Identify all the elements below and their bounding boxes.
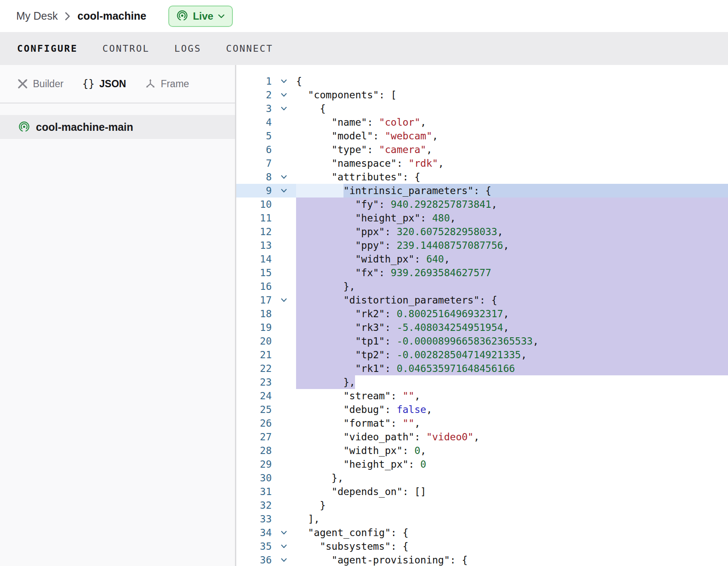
code-text[interactable]: "ppx": 320.6075282958033, <box>296 225 728 239</box>
code-line-27[interactable]: 27 "video_path": "video0", <box>236 430 728 444</box>
code-line-31[interactable]: 31 "depends_on": [] <box>236 485 728 498</box>
code-text[interactable]: ], <box>296 512 728 526</box>
tab-control[interactable]: CONTROL <box>103 43 150 54</box>
machine-part-cool-machine-main[interactable]: cool-machine-main <box>0 115 235 139</box>
code-line-6[interactable]: 6 "type": "camera", <box>236 143 728 156</box>
code-line-35[interactable]: 35 "subsystems": { <box>236 539 728 553</box>
code-line-8[interactable]: 8 "attributes": { <box>236 170 728 184</box>
code-line-36[interactable]: 36 "agent-provisioning": { <box>236 553 728 566</box>
fold-gutter <box>272 280 296 293</box>
code-text[interactable]: "height_px": 0 <box>296 457 728 471</box>
code-line-24[interactable]: 24 "stream": "", <box>236 389 728 403</box>
fold-chevron-icon[interactable] <box>272 74 296 88</box>
code-line-26[interactable]: 26 "format": "", <box>236 416 728 430</box>
code-text[interactable]: "fx": 939.2693584627577 <box>296 266 728 280</box>
code-line-1[interactable]: 1{ <box>236 74 728 88</box>
code-line-15[interactable]: 15 "fx": 939.2693584627577 <box>236 266 728 280</box>
code-text[interactable]: "distortion_parameters": { <box>296 293 728 307</box>
code-line-3[interactable]: 3 { <box>236 102 728 115</box>
code-text[interactable]: "agent-provisioning": { <box>296 553 728 566</box>
json-code-editor[interactable]: 1{2 "components": [3 {4 "name": "color",… <box>236 65 728 566</box>
code-text[interactable]: "width_px": 640, <box>296 252 728 266</box>
code-text[interactable]: "intrinsic_parameters": { <box>296 184 728 198</box>
live-status-dropdown[interactable]: Live <box>168 6 233 27</box>
fold-chevron-icon[interactable] <box>272 526 296 539</box>
code-text[interactable]: "model": "webcam", <box>296 129 728 143</box>
view-toggle-json[interactable]: {} JSON <box>82 78 126 90</box>
tab-logs[interactable]: LOGS <box>174 43 201 54</box>
code-line-11[interactable]: 11 "height_px": 480, <box>236 211 728 225</box>
code-text[interactable]: "format": "", <box>296 416 728 430</box>
code-text[interactable]: "tp1": -0.00008996658362365533, <box>296 334 728 348</box>
code-line-5[interactable]: 5 "model": "webcam", <box>236 129 728 143</box>
code-text[interactable]: "depends_on": [] <box>296 485 728 498</box>
code-text[interactable]: { <box>296 74 728 88</box>
code-text[interactable]: "components": [ <box>296 88 728 102</box>
code-text[interactable]: }, <box>296 471 728 485</box>
fold-chevron-icon[interactable] <box>272 88 296 102</box>
code-text[interactable]: "attributes": { <box>296 170 728 184</box>
code-line-9[interactable]: 9 "intrinsic_parameters": { <box>236 184 728 198</box>
code-text[interactable]: "video_path": "video0", <box>296 430 728 444</box>
code-line-12[interactable]: 12 "ppx": 320.6075282958033, <box>236 225 728 239</box>
fold-chevron-icon[interactable] <box>272 102 296 115</box>
code-line-4[interactable]: 4 "name": "color", <box>236 115 728 129</box>
selection-fill <box>491 184 728 198</box>
code-text[interactable]: }, <box>296 280 728 293</box>
code-text[interactable]: { <box>296 102 728 115</box>
line-number: 9 <box>236 184 272 198</box>
fold-gutter <box>272 430 296 444</box>
fold-chevron-icon[interactable] <box>272 539 296 553</box>
code-line-34[interactable]: 34 "agent_config": { <box>236 526 728 539</box>
code-text[interactable]: "tp2": -0.002828504714921335, <box>296 348 728 362</box>
code-text[interactable]: "agent_config": { <box>296 526 728 539</box>
code-text[interactable]: "name": "color", <box>296 115 728 129</box>
line-number: 25 <box>236 403 272 416</box>
code-line-30[interactable]: 30 }, <box>236 471 728 485</box>
code-line-32[interactable]: 32 } <box>236 498 728 512</box>
code-text[interactable]: } <box>296 498 728 512</box>
fold-chevron-icon[interactable] <box>272 293 296 307</box>
code-line-22[interactable]: 22 "rk1": 0.046535971648456166 <box>236 362 728 375</box>
code-text[interactable]: "rk3": -5.408034254951954, <box>296 321 728 334</box>
view-toggle-frame[interactable]: Frame <box>145 78 189 90</box>
code-line-20[interactable]: 20 "tp1": -0.00008996658362365533, <box>236 334 728 348</box>
code-line-33[interactable]: 33 ], <box>236 512 728 526</box>
view-toggle-builder[interactable]: Builder <box>17 78 64 90</box>
code-text[interactable]: "width_px": 0, <box>296 444 728 457</box>
code-text[interactable]: "stream": "", <box>296 389 728 403</box>
code-text[interactable]: "debug": false, <box>296 403 728 416</box>
code-line-14[interactable]: 14 "width_px": 640, <box>236 252 728 266</box>
line-number: 31 <box>236 485 272 498</box>
code-line-18[interactable]: 18 "rk2": 0.8002516496932317, <box>236 307 728 321</box>
code-text[interactable]: "fy": 940.2928257873841, <box>296 198 728 211</box>
line-number: 21 <box>236 348 272 362</box>
code-text[interactable]: "type": "camera", <box>296 143 728 156</box>
fold-chevron-icon[interactable] <box>272 553 296 566</box>
code-line-19[interactable]: 19 "rk3": -5.408034254951954, <box>236 321 728 334</box>
code-line-16[interactable]: 16 }, <box>236 280 728 293</box>
fold-chevron-icon[interactable] <box>272 184 296 198</box>
code-line-2[interactable]: 2 "components": [ <box>236 88 728 102</box>
code-line-13[interactable]: 13 "ppy": 239.14408757087756, <box>236 239 728 252</box>
code-line-7[interactable]: 7 "namespace": "rdk", <box>236 156 728 170</box>
code-text[interactable]: "ppy": 239.14408757087756, <box>296 239 728 252</box>
code-line-25[interactable]: 25 "debug": false, <box>236 403 728 416</box>
code-text[interactable]: "rk2": 0.8002516496932317, <box>296 307 728 321</box>
tab-configure[interactable]: CONFIGURE <box>17 43 78 54</box>
code-line-10[interactable]: 10 "fy": 940.2928257873841, <box>236 198 728 211</box>
code-text[interactable]: "rk1": 0.046535971648456166 <box>296 362 728 375</box>
code-line-29[interactable]: 29 "height_px": 0 <box>236 457 728 471</box>
breadcrumb-root[interactable]: My Desk <box>16 10 58 22</box>
fold-chevron-icon[interactable] <box>272 170 296 184</box>
code-text[interactable]: }, <box>296 375 728 389</box>
code-text[interactable]: "namespace": "rdk", <box>296 156 728 170</box>
code-line-28[interactable]: 28 "width_px": 0, <box>236 444 728 457</box>
code-line-21[interactable]: 21 "tp2": -0.002828504714921335, <box>236 348 728 362</box>
code-line-23[interactable]: 23 }, <box>236 375 728 389</box>
code-line-17[interactable]: 17 "distortion_parameters": { <box>236 293 728 307</box>
tab-connect[interactable]: CONNECT <box>226 43 273 54</box>
code-text[interactable]: "height_px": 480, <box>296 211 728 225</box>
code-text[interactable]: "subsystems": { <box>296 539 728 553</box>
fold-gutter <box>272 362 296 375</box>
